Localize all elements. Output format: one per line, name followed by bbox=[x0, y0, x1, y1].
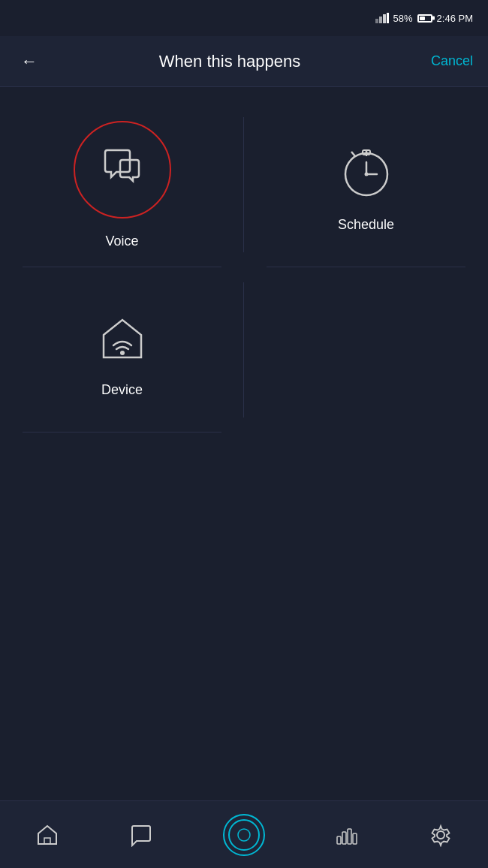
svg-marker-2 bbox=[383, 14, 386, 23]
svg-point-12 bbox=[120, 351, 125, 355]
device-icon bbox=[92, 306, 152, 366]
voice-option[interactable]: Voice bbox=[0, 102, 244, 267]
svg-rect-15 bbox=[337, 836, 341, 844]
schedule-icon-container bbox=[333, 137, 400, 205]
schedule-option[interactable]: Schedule bbox=[244, 102, 488, 267]
device-right-divider bbox=[243, 282, 244, 417]
status-bar: 58% 2:46 PM bbox=[0, 0, 488, 36]
voice-label: Voice bbox=[105, 234, 138, 249]
device-option[interactable]: Device bbox=[0, 267, 244, 432]
nav-equalizer[interactable] bbox=[323, 817, 371, 853]
alexa-icon bbox=[236, 827, 252, 843]
svg-line-7 bbox=[351, 152, 355, 156]
device-bottom-divider bbox=[23, 432, 221, 432]
nav-alexa[interactable] bbox=[211, 808, 277, 862]
svg-point-19 bbox=[437, 831, 444, 839]
main-content: Voice Schedu bbox=[0, 87, 488, 448]
settings-icon bbox=[429, 823, 453, 847]
nav-chat[interactable] bbox=[117, 817, 165, 853]
svg-rect-18 bbox=[353, 833, 357, 844]
svg-point-10 bbox=[364, 172, 368, 176]
alexa-button[interactable] bbox=[223, 814, 265, 856]
svg-marker-0 bbox=[375, 19, 378, 23]
header: ← When this happens Cancel bbox=[0, 36, 488, 87]
battery-icon bbox=[417, 14, 432, 23]
svg-rect-13 bbox=[44, 838, 50, 844]
cancel-button[interactable]: Cancel bbox=[431, 53, 473, 69]
nav-home[interactable] bbox=[23, 817, 71, 853]
alexa-inner-ring bbox=[228, 819, 260, 851]
nav-settings[interactable] bbox=[417, 817, 465, 853]
voice-icon bbox=[98, 149, 146, 190]
svg-marker-1 bbox=[379, 17, 382, 23]
svg-marker-3 bbox=[387, 13, 389, 23]
schedule-bottom-divider bbox=[267, 267, 465, 267]
schedule-label: Schedule bbox=[338, 217, 394, 233]
time-display: 2:46 PM bbox=[437, 13, 473, 24]
voice-circle bbox=[74, 121, 171, 219]
chat-icon bbox=[129, 823, 153, 847]
status-bar-right: 58% 2:46 PM bbox=[375, 13, 473, 24]
equalizer-icon bbox=[335, 823, 359, 847]
page-title: When this happens bbox=[29, 52, 431, 71]
svg-rect-17 bbox=[348, 829, 351, 844]
svg-point-14 bbox=[238, 829, 250, 841]
svg-rect-16 bbox=[342, 832, 346, 844]
device-icon-container bbox=[89, 303, 156, 370]
signal-icon bbox=[375, 13, 389, 23]
schedule-icon bbox=[336, 141, 396, 201]
device-label: Device bbox=[101, 382, 143, 398]
home-icon bbox=[35, 823, 59, 847]
battery-percentage: 58% bbox=[393, 13, 413, 24]
bottom-nav bbox=[0, 800, 488, 868]
